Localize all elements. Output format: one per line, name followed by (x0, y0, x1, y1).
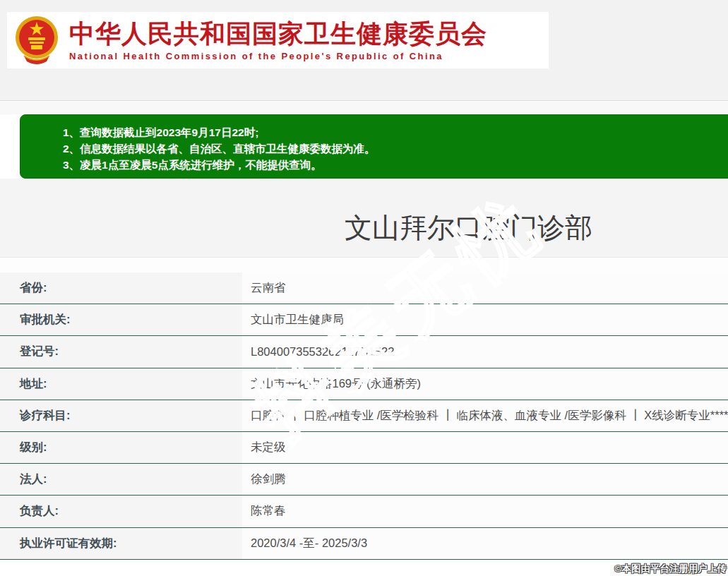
header-title-chinese: 中华人民共和国国家卫生健康委员会 (69, 19, 487, 48)
sub-header-strip (0, 102, 728, 114)
row-value: L8040073553262117D1522 (242, 336, 728, 367)
table-row-level: 级别: 未定级 (0, 432, 728, 464)
national-emblem-icon (14, 15, 59, 66)
row-label: 诊疗科目: (0, 400, 242, 431)
row-label: 地址: (0, 368, 242, 400)
row-label: 执业许可证有效期: (0, 528, 242, 559)
table-row-province: 省份: 云南省 (0, 272, 728, 304)
institution-info-table: 省份: 云南省 审批机关: 文山市卫生健康局 登记号: L80400735532… (0, 272, 728, 560)
title-table-gap (0, 258, 728, 272)
table-row-person-in-charge: 负责人: 陈常春 (0, 496, 728, 527)
row-value: 口腔科 ┃ 口腔种植专业 /医学检验科 ┃ 临床体液、血液专业 /医学影像科 ┃… (242, 400, 728, 431)
upload-attribution-watermark: ©本图由平台注册用户上传 (615, 563, 727, 575)
row-value: 陈常春 (242, 496, 728, 527)
row-label: 级别: (0, 432, 242, 463)
institution-name-title: 文山拜尔口腔门诊部 (345, 209, 592, 247)
table-row-legal-person: 法人: 徐剑腾 (0, 464, 728, 496)
notice-line-2: 2、信息数据结果以各省、自治区、直辖市卫生健康委数据为准。 (63, 140, 728, 157)
table-row-registration-number: 登记号: L8040073553262117D1522 (0, 336, 728, 368)
row-value: 徐剑腾 (242, 464, 728, 495)
row-value: 文山市卫生健康局 (242, 304, 728, 335)
notice-box: 1、查询数据截止到2023年9月17日22时; 2、信息数据结果以各省、自治区、… (20, 114, 728, 179)
row-label: 法人: (0, 464, 242, 495)
table-row-license-validity: 执业许可证有效期: 2020/3/4 -至- 2025/3/3 (0, 528, 728, 560)
header-titles: 中华人民共和国国家卫生健康委员会 National Health Commiss… (69, 19, 487, 61)
row-value: 文山市开化中路169号 (永通桥旁) (242, 368, 728, 400)
site-header: 中华人民共和国国家卫生健康委员会 National Health Commiss… (7, 12, 549, 68)
table-row-address: 地址: 文山市开化中路169号 (永通桥旁) (0, 368, 728, 400)
notice-line-3: 3、凌晨1点至凌晨5点系统进行维护，不能提供查询。 (63, 157, 728, 173)
row-value: 云南省 (242, 272, 728, 304)
notice-line-1: 1、查询数据截止到2023年9月17日22时; (63, 124, 728, 140)
row-label: 审批机关: (0, 304, 242, 335)
row-value: 2020/3/4 -至- 2025/3/3 (242, 528, 728, 559)
row-value: 未定级 (242, 432, 728, 463)
row-label: 省份: (0, 272, 242, 304)
row-label: 负责人: (0, 496, 242, 527)
row-label: 登记号: (0, 336, 242, 367)
table-row-approval-authority: 审批机关: 文山市卫生健康局 (0, 304, 728, 336)
table-row-treatment-subjects: 诊疗科目: 口腔科 ┃ 口腔种植专业 /医学检验科 ┃ 临床体液、血液专业 /医… (0, 400, 728, 432)
header-title-english: National Health Commission of the People… (69, 51, 487, 61)
